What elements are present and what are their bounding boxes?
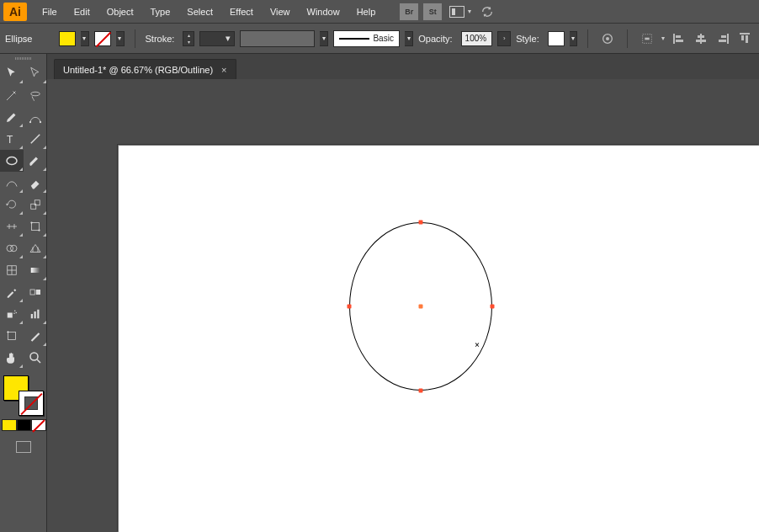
color-mode-color[interactable] (2, 419, 17, 431)
direct-selection-tool[interactable] (24, 62, 47, 84)
align-left-button[interactable] (670, 30, 688, 47)
brush-dropdown[interactable]: ▾ (320, 31, 328, 46)
bridge-button[interactable]: Br (400, 3, 418, 20)
svg-rect-21 (31, 204, 36, 209)
sync-icon (480, 5, 495, 19)
svg-line-19 (31, 135, 40, 144)
line-segment-tool[interactable] (24, 128, 47, 150)
menu-effect[interactable]: Effect (221, 3, 262, 20)
sync-settings-button[interactable] (480, 5, 496, 19)
artboard[interactable]: × (118, 145, 759, 532)
free-transform-tool[interactable] (24, 215, 47, 237)
menu-object[interactable]: Object (98, 3, 142, 20)
brush-icon (28, 153, 43, 168)
stroke-weight-stepper[interactable]: ▴▾ (183, 31, 194, 46)
color-mode-row (0, 419, 46, 431)
slice-tool[interactable] (24, 325, 47, 347)
color-mode-none[interactable] (31, 419, 46, 431)
brush-definition-box[interactable] (240, 30, 315, 47)
screen-mode-row (0, 441, 46, 453)
magic-wand-tool[interactable] (0, 84, 24, 106)
svg-rect-32 (8, 313, 13, 318)
paintbrush-tool[interactable] (24, 150, 47, 172)
graphic-style-dropdown[interactable]: ▾ (570, 31, 578, 46)
rotate-tool[interactable] (0, 194, 24, 215)
stroke-proxy-swatch[interactable] (19, 391, 44, 416)
column-graph-tool[interactable] (24, 303, 47, 325)
shaper-icon (4, 175, 19, 190)
shape-builder-tool[interactable] (0, 237, 24, 259)
graphic-style-swatch[interactable] (548, 31, 565, 46)
opacity-flyout[interactable]: › (497, 31, 511, 46)
stock-button[interactable]: St (423, 3, 442, 20)
selection-tool[interactable] (0, 62, 24, 84)
workspace-switcher[interactable]: ▾ (449, 6, 471, 18)
app-logo: Ai (3, 3, 27, 21)
svg-point-20 (7, 157, 17, 165)
menu-view[interactable]: View (262, 3, 299, 20)
lasso-tool[interactable] (24, 84, 47, 106)
fill-stroke-proxy[interactable] (0, 374, 47, 416)
artboard-tool[interactable] (0, 325, 24, 347)
menu-edit[interactable]: Edit (66, 3, 98, 20)
shape-builder-icon (4, 241, 19, 256)
stroke-dropdown[interactable]: ▾ (116, 31, 125, 46)
menu-help[interactable]: Help (348, 3, 385, 20)
hand-tool[interactable] (0, 347, 24, 369)
fill-color-swatch[interactable] (59, 31, 76, 46)
menu-bar: Ai File Edit Object Type Select Effect V… (0, 0, 759, 24)
menu-window[interactable]: Window (299, 3, 348, 20)
anchor-left[interactable] (348, 305, 352, 309)
type-tool[interactable]: T (0, 128, 24, 150)
color-mode-gradient[interactable] (17, 419, 32, 431)
separator (627, 29, 628, 48)
align-hcenter-button[interactable] (692, 30, 710, 47)
curvature-tool[interactable] (24, 106, 47, 128)
ellipse-tool[interactable] (0, 150, 24, 172)
recolor-artwork-button[interactable] (598, 30, 617, 47)
close-tab-button[interactable]: × (221, 65, 226, 75)
stroke-profile-dropdown[interactable]: ▾ (405, 31, 413, 46)
stroke-profile-box[interactable]: Basic (333, 30, 400, 47)
anchor-top[interactable] (419, 221, 423, 225)
shaper-tool[interactable] (0, 172, 24, 194)
blend-tool[interactable] (24, 281, 47, 303)
pen-icon (4, 109, 19, 125)
svg-rect-9 (696, 40, 706, 42)
gradient-tool[interactable] (24, 259, 47, 281)
svg-rect-3 (645, 37, 649, 40)
stroke-weight-select[interactable]: ▾ (199, 31, 235, 46)
svg-point-42 (30, 353, 38, 360)
svg-rect-37 (34, 311, 36, 318)
eraser-icon (28, 175, 43, 190)
stroke-color-swatch[interactable] (94, 31, 111, 46)
document-tab[interactable]: Untitled-1* @ 66.67% (RGB/Outline) × (54, 59, 236, 79)
menu-type[interactable]: Type (142, 3, 179, 20)
eraser-tool[interactable] (24, 172, 47, 194)
menu-select[interactable]: Select (178, 3, 221, 20)
screen-mode-button[interactable] (16, 441, 31, 453)
mesh-tool[interactable] (0, 259, 24, 281)
anchor-center[interactable] (419, 305, 423, 309)
canvas-area[interactable]: × (47, 79, 759, 532)
anchor-bottom[interactable] (419, 389, 423, 393)
separator (587, 29, 588, 48)
svg-line-43 (37, 359, 40, 363)
symbol-sprayer-tool[interactable] (0, 303, 24, 325)
anchor-right[interactable] (491, 305, 495, 309)
fill-dropdown[interactable]: ▾ (81, 31, 89, 46)
width-tool[interactable] (0, 215, 24, 237)
eyedropper-tool[interactable] (0, 281, 24, 303)
scale-tool[interactable] (24, 194, 47, 215)
opacity-value-field[interactable]: 100% (461, 31, 493, 46)
scale-icon (28, 197, 43, 212)
pen-tool[interactable] (0, 106, 24, 128)
align-to-button[interactable] (638, 30, 656, 47)
menu-file[interactable]: File (34, 3, 66, 20)
align-top-button[interactable] (735, 30, 754, 47)
chevron-down-icon: ▾ (661, 35, 665, 42)
panel-grip[interactable] (0, 54, 46, 62)
zoom-tool[interactable] (24, 347, 47, 369)
align-right-button[interactable] (714, 30, 732, 47)
perspective-grid-tool[interactable] (24, 237, 47, 259)
